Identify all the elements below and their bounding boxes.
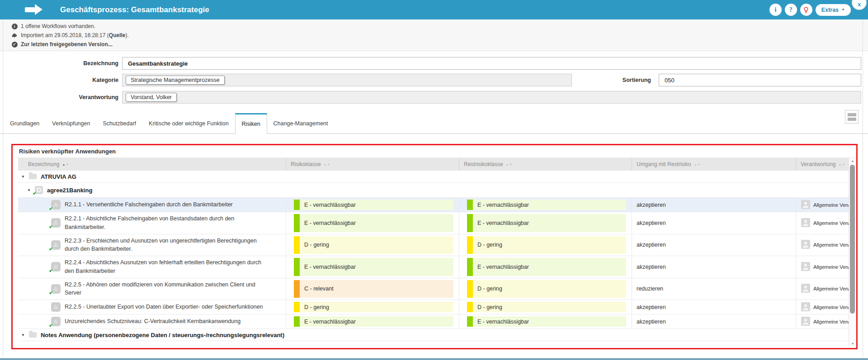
info-button[interactable]: i <box>769 4 782 16</box>
tab-verkn-pfungen[interactable]: Verknüpfungen <box>46 113 96 133</box>
avatar-icon <box>801 240 810 250</box>
vertical-scrollbar[interactable]: ▲ ▼ <box>849 158 856 347</box>
risk-icon: ⚠✔ <box>51 284 61 294</box>
sort-icon: ▲▼ <box>324 163 331 166</box>
table-body: ▼ATRUVIA AG▼✔agree21Banking⚠✔R2.1.1 - Ve… <box>18 171 849 341</box>
umgang-value: akzeptieren <box>632 198 796 212</box>
kategorie-tag[interactable]: Strategische Managementprozesse <box>126 76 225 85</box>
risk-row[interactable]: ⚠✔R2.1.1 - Versehentliche Falscheingaben… <box>18 198 849 212</box>
column-header-bezeichnung[interactable]: Bezeichnung▲▼ <box>18 158 286 171</box>
sort-icon: ▲▼ <box>694 163 701 166</box>
expand-caret-icon[interactable]: ▼ <box>21 333 25 337</box>
risk-icon: ⚠✔ <box>51 317 61 326</box>
avatar-icon <box>801 284 810 294</box>
table-header-row: Bezeichnung▲▼Risikoklasse▲▼Restrisikokla… <box>18 158 849 171</box>
group-row-atruvia-ag[interactable]: ▼ATRUVIA AG <box>18 171 849 183</box>
tab-risiken[interactable]: Risiken <box>235 113 267 134</box>
avatar-icon <box>801 200 810 210</box>
risk-class-chip: E - vernachlässigbar <box>467 200 626 210</box>
risk-class-chip: C - relevant <box>294 280 453 298</box>
lightbulb-button[interactable] <box>800 4 812 16</box>
group-row-agree21banking[interactable]: ▼✔agree21Banking <box>18 183 849 198</box>
scroll-up-icon[interactable]: ▲ <box>849 159 856 162</box>
verantwortung-value: Allgemeine Verwaltung <box>813 202 849 208</box>
tab-schutzbedarf[interactable]: Schutzbedarf <box>96 113 142 133</box>
umgang-value: akzeptieren <box>632 256 796 278</box>
notice: ✓Zur letzten freigegebenen Version... <box>11 40 868 49</box>
tab-kritische-oder-wichtige-funktion[interactable]: Kritische oder wichtige Funktion <box>142 113 235 133</box>
avatar-icon <box>801 262 810 272</box>
notice-link[interactable]: Quelle <box>109 32 126 38</box>
lightbulb-icon <box>802 6 810 14</box>
info-circle-icon: i <box>11 23 18 29</box>
footer-line <box>0 358 868 360</box>
risk-class-chip: D - gering <box>294 236 453 254</box>
risk-row[interactable]: ⚠✔R2.2.3 - Erschleichen und Ausnutzen vo… <box>18 234 849 257</box>
verantwortung-field: Vorstand, Volker <box>122 91 861 104</box>
verantwortung-tag[interactable]: Vorstand, Volker <box>126 93 177 102</box>
help-icon: ? <box>789 6 793 14</box>
risk-class-chip: E - vernachlässigbar <box>294 316 453 327</box>
help-button[interactable]: ? <box>785 4 797 16</box>
avatar-icon <box>801 302 810 312</box>
risk-class-chip: D - gering <box>467 236 626 254</box>
column-header-umgang-mit-restrisiko[interactable]: Umgang mit Restrisiko▲▼ <box>632 158 796 171</box>
cloud-download-icon <box>11 32 18 38</box>
column-header-restrisikoklasse[interactable]: Restrisikoklasse▲▼ <box>459 158 632 171</box>
verantwortung-value: Allgemeine Verwaltung <box>813 305 849 310</box>
risk-row[interactable]: ⚠✔Unzureichendes Schutzniveau: C-Vertrau… <box>18 314 849 329</box>
expand-caret-icon[interactable]: ▼ <box>21 175 25 179</box>
umgang-value: akzeptieren <box>632 300 796 314</box>
notice-strip: i1 offene Workflows vorhanden.Importiert… <box>0 19 868 51</box>
sort-icon: ▲▼ <box>838 163 845 166</box>
column-header-risikoklasse[interactable]: Risikoklasse▲▼ <box>286 158 459 171</box>
tab-bar: GrundlagenVerknüpfungenSchutzbedarfKriti… <box>0 113 868 134</box>
bezeichnung-input[interactable] <box>122 57 861 70</box>
table-view-icon[interactable] <box>845 110 859 124</box>
risk-row[interactable]: ⚠✔R2.2.4 - Absichtliches Ausnutzen von f… <box>18 256 849 278</box>
sortierung-input[interactable] <box>659 74 861 86</box>
check-badge-icon: ✔ <box>49 267 53 274</box>
close-icon: x <box>858 1 861 8</box>
risk-row[interactable]: ⚠✔R2.2.1 - Absichtliche Falscheingaben v… <box>18 212 849 234</box>
check-badge-icon: ✔ <box>33 190 37 196</box>
verantwortung-value: Allgemeine Verwaltung <box>813 286 849 291</box>
tab-grundlagen[interactable]: Grundlagen <box>4 113 46 133</box>
notice-text[interactable]: Zur letzten freigegebenen Version... <box>21 41 113 48</box>
folder-icon <box>29 174 37 179</box>
risk-row[interactable]: ⚠✔R2.2.5 - Abhören oder modifizieren von… <box>18 278 849 300</box>
notice: i1 offene Workflows vorhanden. <box>11 22 868 31</box>
check-badge-icon: ✔ <box>49 290 53 296</box>
notice-text: Importiert am 29.05.2018, 16:28:17 (Quel… <box>21 32 129 38</box>
verantwortung-value: Allgemeine Verwaltung <box>813 220 849 226</box>
scrollbar-thumb[interactable] <box>850 165 855 314</box>
risk-class-chip: E - vernachlässigbar <box>467 214 626 232</box>
scroll-down-icon[interactable]: ▼ <box>849 342 856 345</box>
app-header: Geschäftsprozess: Gesamtbankstrategie i … <box>0 0 868 19</box>
expand-caret-icon[interactable]: ▼ <box>27 188 31 192</box>
avatar-icon <box>801 317 810 327</box>
risk-table: Bezeichnung▲▼Risikoklasse▲▼Restrisikokla… <box>18 158 849 341</box>
process-form: Bezeichnung Kategorie Strategische Manag… <box>0 51 868 113</box>
group-row-notes-anwendung-personenbezoge[interactable]: ▼Notes Anwendung (personenbezogene Daten… <box>18 329 849 341</box>
risk-class-chip: E - vernachlässigbar <box>294 214 453 232</box>
info-icon: i <box>774 6 776 14</box>
umgang-value: akzeptieren <box>632 212 796 234</box>
check-badge-icon: ✔ <box>49 224 53 230</box>
verantwortung-value: Allgemeine Verwaltung <box>813 242 849 248</box>
extras-button[interactable]: Extras▼ <box>816 4 851 16</box>
sort-asc-icon: ▲▼ <box>62 163 69 166</box>
column-header-verantwortung[interactable]: Verantwortung▲▼ <box>796 158 849 171</box>
tab-change-management[interactable]: Change-Management <box>267 113 335 133</box>
verantwortung-value: Allgemeine Verwaltung <box>813 319 849 324</box>
notice-text: 1 offene Workflows vorhanden. <box>21 23 95 29</box>
folder-icon <box>29 332 37 338</box>
risk-class-chip: D - gering <box>467 302 626 312</box>
umgang-value: akzeptieren <box>632 314 796 329</box>
frame-left-border <box>3 19 3 357</box>
chevron-down-icon: ▼ <box>841 8 845 12</box>
risk-row[interactable]: ⚠R2.2.5 - Unerlaubter Export von Daten ü… <box>18 300 849 314</box>
panel-title: Risiken verknüpfter Anwendungen <box>13 145 856 158</box>
risk-icon: ⚠✔ <box>51 240 61 250</box>
close-button[interactable]: x <box>852 0 867 10</box>
